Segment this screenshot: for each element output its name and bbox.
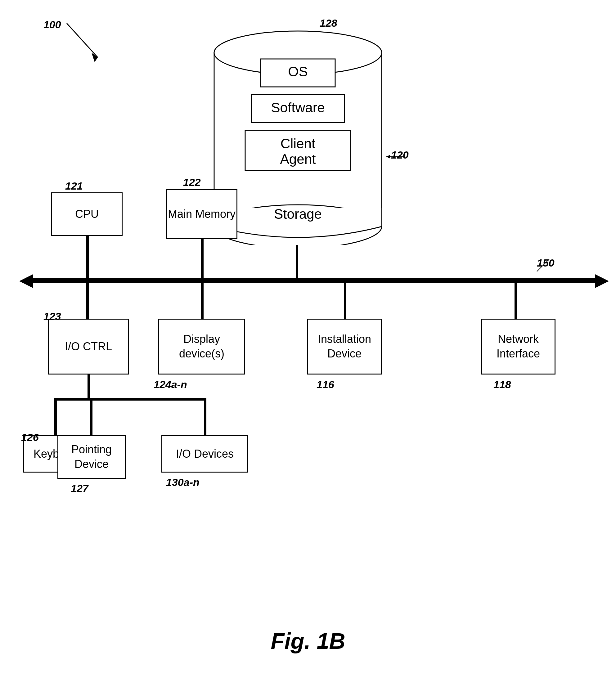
bus-line (31, 278, 596, 283)
io-ctrl-box: I/O CTRL (48, 319, 129, 375)
main-memory-box: Main Memory (166, 189, 237, 239)
io-ctrl-bus-connector (86, 278, 89, 319)
network-bus-connector (514, 278, 517, 319)
network-box: Network Interface (481, 319, 555, 375)
ref-120-arrow (383, 148, 408, 172)
diagram: 100 128 OS Software Client (0, 0, 616, 691)
ref-118: 118 (493, 379, 511, 391)
ref-150-arrow (528, 254, 552, 279)
storage-connector (296, 245, 298, 279)
ref-128: 128 (320, 17, 337, 29)
svg-marker-15 (387, 155, 390, 159)
figure-label: Fig. 1B (0, 628, 616, 654)
ref-124an: 124a-n (154, 379, 187, 391)
io-devices-box: I/O Devices (161, 435, 248, 472)
io-devices-connector (204, 398, 206, 435)
pointing-box: Pointing Device (58, 435, 126, 479)
ref-100-arrow (48, 17, 116, 73)
svg-text:OS: OS (288, 64, 308, 79)
svg-text:Storage: Storage (274, 206, 322, 222)
ref-127: 127 (71, 483, 88, 495)
installation-box: Installation Device (307, 319, 382, 375)
installation-bus-connector (344, 278, 346, 319)
ref-130an: 130a-n (166, 476, 200, 488)
display-bus-connector (201, 278, 203, 319)
svg-line-16 (537, 259, 549, 271)
io-ctrl-down-connector (88, 375, 90, 399)
svg-text:Software: Software (271, 100, 325, 115)
cpu-box: CPU (51, 192, 123, 236)
svg-text:Client: Client (281, 136, 315, 151)
ref-123: 123 (43, 310, 61, 322)
ref-116: 116 (316, 379, 334, 391)
bus-arrow-right (595, 274, 609, 288)
keyboard-connector (54, 398, 57, 435)
cpu-connector (86, 236, 89, 279)
display-box: Display device(s) (158, 319, 245, 375)
svg-text:Agent: Agent (280, 151, 316, 166)
io-ctrl-horizontal-right (88, 398, 206, 401)
main-memory-connector (201, 239, 203, 279)
ref-126: 126 (21, 431, 39, 443)
svg-line-0 (67, 23, 98, 58)
ref-122: 122 (183, 176, 201, 188)
pointing-connector (90, 398, 92, 435)
ref-121: 121 (65, 180, 83, 192)
